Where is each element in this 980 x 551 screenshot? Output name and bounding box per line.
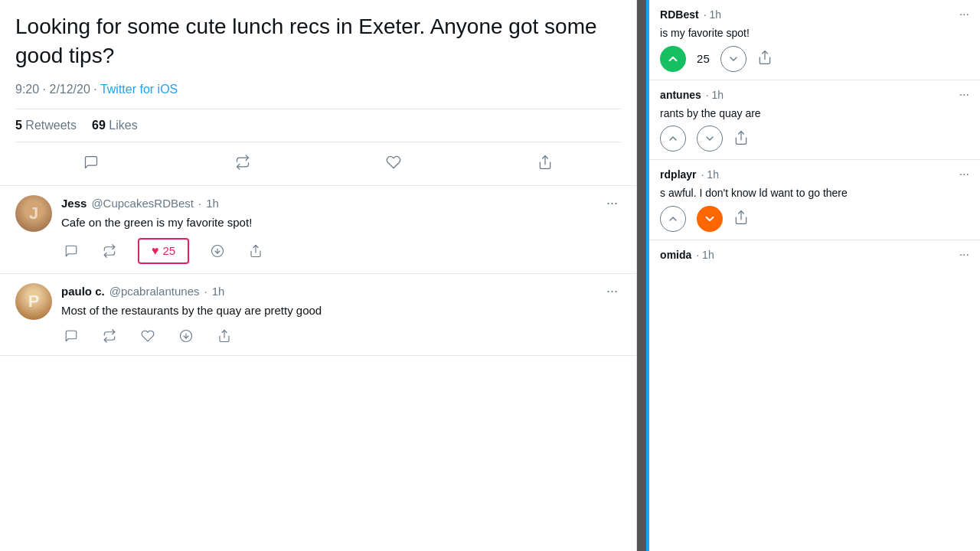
right-rdplayr-share-btn[interactable] — [733, 210, 749, 227]
right-cupcakes-share-btn[interactable] — [757, 50, 773, 67]
tweet-timestamp: 9:20 · 2/12/20 · — [15, 83, 100, 96]
paulo-separator: · — [204, 285, 207, 298]
downvote-active-rdplayr[interactable] — [697, 206, 723, 232]
comment-icon-paulo — [64, 329, 78, 343]
right-reply-rdplayr: rdplayr · 1h ··· s awful. I don't know l… — [649, 160, 980, 240]
share-icon-jess — [249, 244, 263, 258]
tweet-actions — [15, 142, 621, 185]
retweet-button[interactable] — [220, 148, 266, 176]
tweet-stats: 5 Retweets 69 Likes — [15, 109, 621, 142]
paulo-handle: @pcabralantunes — [109, 285, 200, 298]
downvote-btn-antunes[interactable] — [697, 126, 723, 152]
right-rdplayr-actions — [660, 206, 969, 232]
right-reply-header-rdplayr: rdplayr · 1h ··· — [660, 168, 969, 181]
jess-share-button[interactable] — [246, 241, 266, 261]
tweet-text: Looking for some cute lunch recs in Exet… — [15, 12, 621, 70]
jess-like-count: 25 — [163, 244, 176, 257]
heart-icon-paulo — [141, 329, 155, 343]
right-reply-omida: omida · 1h ··· — [649, 240, 980, 269]
reply-header-jess: Jess @CupcakesRDBest · 1h ··· — [61, 195, 621, 211]
download-icon-jess — [211, 244, 224, 258]
right-omida-more[interactable]: ··· — [959, 248, 969, 262]
right-antunes-name: antunes — [660, 89, 701, 101]
tweet-meta: 9:20 · 2/12/20 · Twitter for iOS — [15, 83, 621, 96]
upvote-icon-rdplayr — [667, 213, 679, 225]
comment-icon-jess — [64, 244, 78, 258]
right-rdplayr-dot: · 1h — [701, 168, 719, 181]
right-cupcakes-actions: 25 — [660, 46, 969, 72]
like-label: Likes — [109, 119, 137, 132]
right-cupcakes-name: RDBest — [660, 8, 699, 21]
right-antunes-actions — [660, 126, 969, 152]
right-reply-cupcakes: RDBest · 1h ··· is my favorite spot! 25 — [649, 0, 980, 80]
jess-like-button-highlighted[interactable]: ♥ 25 — [138, 238, 189, 264]
right-cupcakes-text: is my favorite spot! — [660, 26, 969, 41]
paulo-share-button[interactable] — [214, 326, 234, 346]
heart-icon — [386, 155, 401, 170]
jess-more-button[interactable]: ··· — [603, 195, 621, 211]
jess-reply-button[interactable] — [61, 241, 81, 261]
right-rdplayr-text: s awful. I don't know ld want to go ther… — [660, 186, 969, 201]
upvote-active-cupcakes[interactable] — [660, 46, 686, 72]
right-antunes-share-btn[interactable] — [733, 130, 749, 148]
reply-header-paulo: paulo c. @pcabralantunes · 1h ··· — [61, 283, 621, 299]
reply-content-paulo: paulo c. @pcabralantunes · 1h ··· Most o… — [61, 283, 621, 346]
like-count-main: 69 — [92, 119, 106, 132]
right-reply-antunes: antunes · 1h ··· rants by the quay are — [649, 80, 980, 161]
right-user-rdplayr: rdplayr · 1h — [660, 168, 719, 181]
jess-separator: · — [198, 197, 201, 210]
jess-handle: @CupcakesRDBest — [91, 197, 194, 210]
paulo-more-button[interactable]: ··· — [603, 283, 621, 299]
retweet-icon-paulo — [103, 329, 116, 343]
right-cupcakes-vote-count: 25 — [697, 52, 710, 65]
tweet-source-link[interactable]: Twitter for iOS — [100, 83, 178, 96]
reply-user-paulo: paulo c. @pcabralantunes · 1h — [61, 285, 224, 298]
paulo-reply-button[interactable] — [61, 326, 81, 346]
upvote-btn-antunes[interactable] — [660, 126, 686, 152]
right-antunes-more[interactable]: ··· — [959, 88, 969, 102]
paulo-download-button[interactable] — [176, 326, 196, 346]
right-rdplayr-name: rdplayr — [660, 168, 696, 181]
right-rdplayr-more[interactable]: ··· — [959, 168, 969, 181]
reply-user-jess: Jess @CupcakesRDBest · 1h — [61, 197, 219, 210]
paulo-name: paulo c. — [61, 285, 105, 298]
download-icon-paulo — [179, 329, 193, 343]
share-icon-cupcakes-right — [757, 50, 773, 65]
retweet-icon — [235, 155, 250, 170]
share-icon-antunes-right — [733, 130, 749, 145]
like-button[interactable] — [371, 148, 416, 176]
right-user-cupcakes: RDBest · 1h — [660, 8, 721, 21]
left-panel: Looking for some cute lunch recs in Exet… — [0, 0, 637, 551]
jess-time: 1h — [206, 197, 219, 210]
upvote-btn-rdplayr[interactable] — [660, 206, 686, 232]
share-icon — [537, 155, 553, 170]
right-cupcakes-dot: · 1h — [704, 8, 721, 21]
paulo-retweet-button[interactable] — [100, 326, 119, 346]
reply-button[interactable] — [68, 148, 114, 176]
right-reply-header-antunes: antunes · 1h ··· — [660, 88, 969, 102]
downvote-icon-antunes — [704, 132, 716, 145]
like-stat: 69 Likes — [92, 119, 138, 132]
right-omida-name: omida — [660, 249, 691, 261]
right-reply-header-omida: omida · 1h ··· — [660, 248, 969, 262]
share-button[interactable] — [522, 148, 568, 176]
jess-download-button[interactable] — [207, 241, 227, 261]
right-cupcakes-more[interactable]: ··· — [959, 8, 969, 21]
avatar-paulo: P — [15, 283, 52, 320]
reply-item-jess: J Jess @CupcakesRDBest · 1h ··· Cafe on … — [0, 186, 636, 274]
retweet-count: 5 — [15, 119, 22, 132]
paulo-reply-text: Most of the restaurants by the quay are … — [61, 302, 621, 318]
reply-content-jess: Jess @CupcakesRDBest · 1h ··· Cafe on th… — [61, 195, 621, 264]
paulo-like-button[interactable] — [138, 326, 158, 346]
right-antunes-dot: · 1h — [706, 89, 724, 101]
jess-name: Jess — [61, 197, 87, 210]
downvote-btn-cupcakes[interactable] — [720, 46, 746, 72]
right-user-omida: omida · 1h — [660, 249, 714, 261]
avatar-jess: J — [15, 195, 52, 232]
downvote-active-icon-rdplayr — [703, 212, 717, 226]
reply-item-paulo: P paulo c. @pcabralantunes · 1h ··· Most… — [0, 274, 636, 356]
right-reply-header-cupcakes: RDBest · 1h ··· — [660, 8, 969, 21]
jess-reply-actions: ♥ 25 — [61, 238, 621, 264]
right-omida-dot: · 1h — [696, 249, 714, 261]
jess-retweet-button[interactable] — [100, 241, 119, 261]
